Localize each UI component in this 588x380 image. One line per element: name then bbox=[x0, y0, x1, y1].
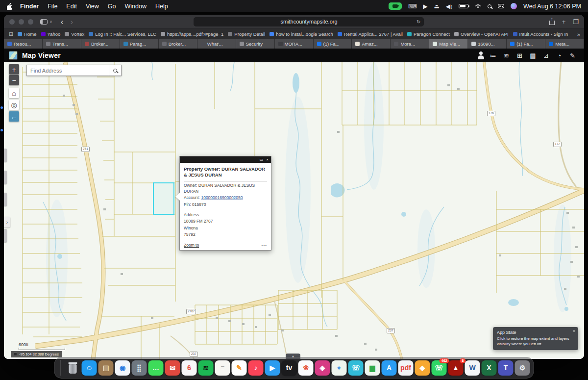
zoom-window-button[interactable] bbox=[28, 19, 33, 25]
menu-file[interactable]: File bbox=[43, 3, 62, 10]
popup-dock-icon[interactable]: ▭ bbox=[260, 158, 264, 162]
browser-tab[interactable]: (1) Fa... bbox=[314, 39, 352, 49]
account-link[interactable]: 100000016900002050 bbox=[201, 195, 243, 200]
whatsapp-icon[interactable]: ☏ 462 bbox=[432, 360, 447, 376]
user-account-icon[interactable] bbox=[476, 51, 487, 60]
screen-recording-indicator-icon[interactable] bbox=[389, 2, 402, 10]
tabs-overview-icon[interactable]: ❐ bbox=[573, 18, 579, 25]
apple-logo-icon[interactable] bbox=[7, 3, 13, 10]
pencil-app-icon[interactable]: ✎ bbox=[232, 360, 247, 376]
bookmark-item[interactable]: Overview - OpenAI API bbox=[454, 31, 509, 37]
popup-more-icon[interactable]: ••• bbox=[262, 243, 267, 248]
new-tab-button[interactable]: + bbox=[562, 18, 566, 25]
map-canvas[interactable]: + − ⌂ ◎ ← 751 176 172 2767 237 237 ▭ × P… bbox=[4, 62, 584, 359]
bookmark-item[interactable]: Home bbox=[18, 31, 36, 37]
reload-icon[interactable]: ↻ bbox=[416, 19, 420, 25]
trash-icon[interactable] bbox=[65, 360, 80, 376]
browser-tab[interactable]: Parag... bbox=[120, 39, 159, 49]
browser-tab[interactable]: Meta... bbox=[545, 39, 584, 49]
app-state-toast[interactable]: × App State Click to restore the map ext… bbox=[493, 327, 578, 350]
print-icon[interactable]: ▤ bbox=[526, 52, 539, 59]
music-icon[interactable]: ♪ bbox=[248, 360, 264, 376]
volume-icon[interactable]: ◀ bbox=[446, 3, 452, 10]
bookmark-item[interactable]: Property Detail bbox=[228, 31, 265, 37]
bookmark-item[interactable]: Paragon Connect bbox=[407, 31, 450, 37]
bookmark-item[interactable]: how to instal...oogle Search bbox=[270, 31, 333, 37]
word-icon[interactable]: W bbox=[465, 360, 480, 376]
bookmark-item[interactable]: https://apps....pdf?#page=1 bbox=[161, 31, 223, 37]
photos-icon[interactable]: ❀ bbox=[298, 360, 314, 376]
spotlight-icon[interactable] bbox=[488, 4, 491, 8]
bookmark-item[interactable]: Rental Applica... 2767 | Avail bbox=[338, 31, 403, 37]
sidebar-toggle-icon[interactable] bbox=[40, 19, 48, 25]
popup-close-icon[interactable]: × bbox=[266, 158, 269, 162]
bookmarks-grid-icon[interactable]: ⊞ bbox=[9, 31, 13, 37]
pdf-icon[interactable]: pdf bbox=[398, 360, 414, 376]
appletv-icon[interactable]: tv bbox=[282, 360, 297, 376]
teams-icon[interactable]: T bbox=[498, 360, 514, 376]
maps-icon[interactable]: ⌖ bbox=[332, 360, 347, 376]
control-center-icon[interactable] bbox=[498, 4, 504, 8]
browser-tab[interactable]: MORA... bbox=[275, 39, 314, 49]
browser-tab[interactable]: Security bbox=[236, 39, 275, 49]
bookmark-item[interactable]: Log In :: Falc... Services, LLC bbox=[89, 31, 156, 37]
excel-icon[interactable]: X bbox=[482, 360, 497, 376]
messages-icon[interactable]: … bbox=[148, 360, 164, 376]
facetime-icon[interactable]: ▶ bbox=[265, 360, 280, 376]
forward-button[interactable]: › bbox=[67, 18, 77, 26]
files-icon[interactable]: ▤ bbox=[98, 360, 114, 376]
browser-tab[interactable]: Amaz... bbox=[352, 39, 391, 49]
menu-go[interactable]: Go bbox=[103, 3, 121, 10]
toast-close-icon[interactable]: × bbox=[573, 329, 575, 333]
sidebar-chevron-icon[interactable]: ∨ bbox=[49, 20, 52, 24]
finder-icon[interactable]: ☺ bbox=[82, 360, 97, 376]
minimize-window-button[interactable] bbox=[19, 19, 24, 25]
browser-tab[interactable]: Mora... bbox=[391, 39, 429, 49]
basemap-icon[interactable]: ⊞ bbox=[513, 52, 526, 59]
browser-tab[interactable]: What'... bbox=[197, 39, 236, 49]
draw-icon[interactable]: ✎ bbox=[566, 52, 579, 59]
menu-window[interactable]: Window bbox=[120, 3, 150, 10]
bookmarks-overflow-chevron[interactable]: » bbox=[573, 29, 584, 39]
browser-tab[interactable]: Trans... bbox=[43, 39, 81, 49]
search-input[interactable] bbox=[26, 65, 109, 76]
browser-tab[interactable]: Broker... bbox=[159, 39, 197, 49]
eject-icon[interactable]: ⏏ bbox=[434, 3, 440, 10]
stocks-icon[interactable]: ▆ bbox=[365, 360, 380, 376]
podcasts-icon[interactable]: ◈ bbox=[315, 360, 330, 376]
previous-extent-button[interactable]: ← bbox=[9, 111, 19, 122]
parcel-map-svg[interactable] bbox=[4, 62, 584, 359]
browser-tab[interactable]: Broker... bbox=[81, 39, 120, 49]
collapsed-panel-tab[interactable] bbox=[4, 171, 7, 184]
back-button[interactable]: ‹ bbox=[57, 18, 67, 26]
zoom-in-button[interactable]: + bbox=[9, 64, 19, 75]
zoom-out-button[interactable]: − bbox=[9, 75, 19, 85]
app-orange-icon[interactable]: ◆ bbox=[415, 360, 430, 376]
battery-icon[interactable] bbox=[459, 4, 468, 8]
overview-icon[interactable]: ◔ bbox=[553, 52, 566, 59]
bookmark-item[interactable]: Yahoo bbox=[41, 31, 61, 37]
acrobat-icon[interactable]: ▲ 8 bbox=[448, 360, 464, 376]
launchpad-icon[interactable]: ⣿ bbox=[132, 360, 147, 376]
browser-tab[interactable]: Map Vie... bbox=[429, 39, 468, 49]
browser-tab[interactable]: Resou... bbox=[4, 39, 43, 49]
legend-icon[interactable]: ≔ bbox=[487, 52, 500, 59]
phone-teal-icon[interactable]: ☏ bbox=[348, 360, 364, 376]
share-icon[interactable] bbox=[549, 21, 555, 25]
browser-tab[interactable]: (1) Fa... bbox=[507, 39, 545, 49]
menu-edit[interactable]: Edit bbox=[62, 3, 81, 10]
notes-icon[interactable]: ≡ bbox=[215, 360, 230, 376]
collapsed-panel-tab[interactable] bbox=[4, 193, 7, 206]
settings-icon[interactable]: ⚙ bbox=[515, 360, 530, 376]
appstore-icon[interactable]: A bbox=[382, 360, 397, 376]
collapsed-panel-tab[interactable] bbox=[4, 149, 7, 162]
locate-button[interactable]: ◎ bbox=[9, 100, 19, 110]
siri-icon[interactable] bbox=[511, 3, 517, 9]
search-button[interactable] bbox=[109, 65, 122, 76]
menu-view[interactable]: View bbox=[81, 3, 103, 10]
menu-clock[interactable]: Wed Aug 6 12:06 PM bbox=[523, 3, 581, 10]
layers-icon[interactable]: ≋ bbox=[500, 52, 513, 59]
mail-icon[interactable]: ✉ bbox=[165, 360, 180, 376]
spotify-icon[interactable]: ≋ bbox=[198, 360, 214, 376]
measure-icon[interactable]: ⊿ bbox=[539, 52, 553, 59]
